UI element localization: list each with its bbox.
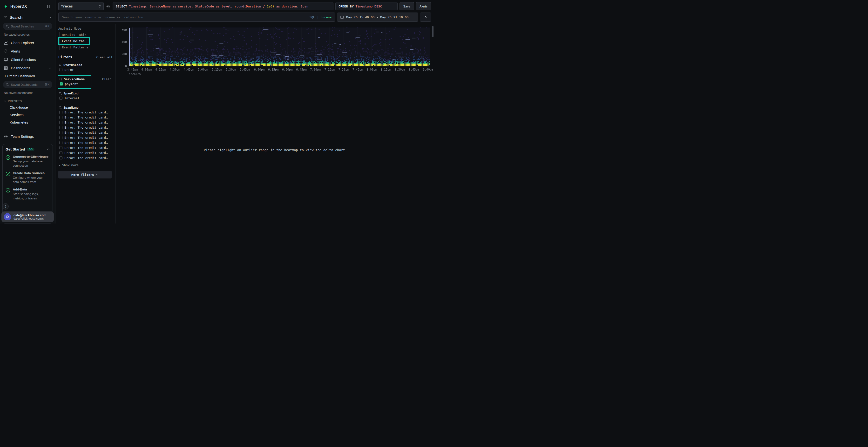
sidebar-item-services[interactable]: Services (0, 111, 55, 118)
checkbox[interactable] (59, 131, 62, 134)
sidebar-item-client-sessions[interactable]: Client Sessions (0, 56, 55, 64)
mode-event-deltas[interactable]: Event Deltas (60, 38, 89, 44)
more-filters-button[interactable]: More filters (58, 171, 112, 178)
checkbox[interactable] (59, 111, 62, 114)
saved-searches-input[interactable]: Saved Searches ⌘K (3, 23, 52, 30)
filter-option[interactable]: Error: The credit card … (59, 156, 109, 161)
source-select-value: Traces (61, 4, 73, 8)
checkbox[interactable] (59, 141, 62, 144)
order-by-input[interactable]: ORDER BY Timestamp DESC (335, 2, 398, 10)
filter-option[interactable]: Error: The credit card … (59, 120, 109, 125)
date-range-picker[interactable]: May 26 15:40:00 - May 26 21:10:00 (337, 12, 418, 22)
query-row: Traces SELECT Timestamp, ServiceName as … (58, 2, 431, 10)
search-icon (59, 78, 62, 81)
mode-results-table[interactable]: Results Table (60, 32, 90, 37)
filter-option[interactable]: Error: The credit card … (59, 115, 109, 120)
filter-group-name: ServiceName (64, 77, 85, 81)
search-icon (6, 83, 9, 86)
sql-token: SELECT (116, 5, 129, 8)
mode-event-patterns[interactable]: Event Patterns (60, 45, 92, 50)
nav-label: Alerts (11, 49, 20, 53)
search-icon (59, 64, 62, 66)
filter-option[interactable]: payment (59, 81, 88, 87)
checkbox[interactable] (60, 82, 63, 85)
filter-group-name: SpanName (63, 106, 79, 109)
delta-chart-empty-message: Please highlight an outlier range in the… (204, 148, 347, 152)
filters-header: Filters Clear all (58, 55, 113, 59)
filter-option[interactable]: Internal (59, 96, 87, 101)
chevron-up-icon (49, 67, 51, 69)
checkbox[interactable] (59, 146, 62, 149)
clear-all-filters-link[interactable]: Clear all (96, 56, 113, 59)
filter-option[interactable]: Error: The credit card … (59, 145, 109, 150)
show-more-toggle[interactable]: Show more (58, 163, 113, 167)
nav-label: Team Settings (11, 134, 34, 138)
get-started-step[interactable]: Connect to ClickHouseSet up your databas… (5, 155, 50, 168)
monitor-icon (4, 58, 8, 62)
checkbox[interactable] (59, 97, 62, 100)
lucene-mode-toggle[interactable]: Lucene (321, 15, 332, 19)
save-button[interactable]: Save (400, 2, 414, 10)
filter-option-label: payment (65, 82, 78, 86)
sidebar-item-team-settings[interactable]: Team Settings (0, 132, 55, 141)
filter-group-body: SpanKindInternal (58, 91, 90, 102)
filter-option[interactable]: Error: The credit card … (59, 130, 109, 135)
nav-label: Dashboards (11, 66, 30, 70)
user-team: dale@clickhouse.com's (13, 217, 46, 220)
filter-option-label: Error: The credit card … (64, 121, 109, 124)
source-select[interactable]: Traces (58, 2, 104, 10)
chevron-down-icon (58, 164, 61, 166)
create-dashboard-button[interactable]: + Create Dashboard (0, 72, 55, 80)
checkbox[interactable] (59, 156, 62, 160)
source-settings-gear-icon[interactable] (105, 4, 111, 9)
sql-token: Timestamp, ServiceName as service, Statu… (129, 5, 267, 8)
sidebar-item-kubernetes[interactable]: Kubernetes (0, 118, 55, 126)
search-section-header[interactable]: Search (0, 12, 55, 22)
sidebar-item-chart-explorer[interactable]: Chart Explorer (0, 38, 55, 47)
filter-option[interactable]: Error: The credit card … (59, 125, 109, 130)
chevron-up-icon (47, 148, 50, 150)
saved-searches-placeholder: Saved Searches (11, 25, 34, 28)
checkbox[interactable] (59, 126, 62, 129)
sql-mode-toggle[interactable]: SQL (310, 15, 315, 19)
filter-option[interactable]: Error: The credit card … (59, 110, 109, 115)
get-started-step-desc: Configure where your data comes from (13, 176, 50, 184)
presets-toggle[interactable]: PRESETS (0, 97, 55, 104)
sql-editor-input[interactable]: SELECT Timestamp, ServiceName as service… (113, 2, 334, 10)
filter-group-body: StatusCodeError (58, 62, 90, 73)
get-started-header[interactable]: Get Started 3/3 (5, 147, 50, 151)
checkbox[interactable] (59, 116, 62, 119)
chart-area: Please highlight an outlier range in the… (116, 24, 434, 224)
alerts-button[interactable]: Alerts (416, 2, 431, 10)
filter-option[interactable]: Error: The credit card … (59, 135, 109, 140)
sidebar-item-alerts[interactable]: Alerts (0, 47, 55, 56)
heatmap-canvas[interactable] (118, 25, 433, 77)
sidebar-item-dashboards[interactable]: Dashboards (0, 64, 55, 72)
checkbox[interactable] (59, 136, 62, 139)
get-started-step[interactable]: Create Data SourcesConfigure where your … (5, 171, 50, 184)
help-button[interactable]: ? (2, 203, 9, 209)
saved-dashboards-input[interactable]: Saved Dashboards ⌘K (3, 81, 52, 88)
filter-option[interactable]: Error: The credit card … (59, 140, 109, 145)
clear-filter-link[interactable]: Clear (102, 77, 111, 81)
sidebar-collapse-button[interactable] (46, 4, 52, 9)
run-query-button[interactable] (420, 12, 431, 22)
filter-option-label: Error: The credit card … (64, 115, 109, 119)
checkbox[interactable] (59, 68, 62, 71)
user-menu[interactable]: D dale@clickhouse.com dale@clickhouse.co… (1, 211, 54, 222)
filter-group-header: SpanKind (59, 91, 87, 96)
lucene-search-input[interactable]: Search your events w/ Lucene ex. column:… (58, 12, 335, 22)
checkbox[interactable] (59, 151, 62, 154)
get-started-step-desc: Set up your database connection (13, 159, 50, 168)
filter-option[interactable]: Error (59, 67, 87, 72)
date-range-value: May 26 15:40:00 - May 26 21:10:00 (346, 15, 408, 19)
filter-option[interactable]: Error: The credit card … (59, 150, 109, 156)
filter-option-label: Internal (64, 96, 80, 100)
get-started-step[interactable]: Add DataStart sending logs, metrics, or … (5, 187, 50, 200)
scrollbar-thumb[interactable] (432, 26, 434, 37)
kbd-shortcut: ⌘K (44, 83, 50, 86)
sidebar-item-clickhouse[interactable]: ClickHouse (0, 104, 55, 111)
search-placeholder: Search your events w/ Lucene ex. column:… (62, 15, 143, 19)
checkbox[interactable] (59, 121, 62, 124)
filter-option-label: Error: The credit card … (64, 136, 109, 139)
